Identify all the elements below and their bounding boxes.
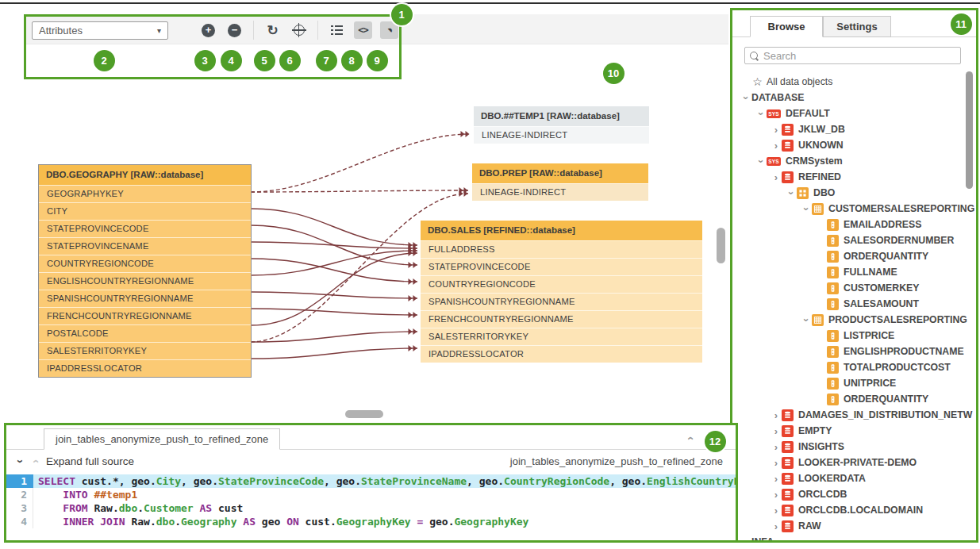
- tree-item-raw[interactable]: ›RAW: [732, 518, 976, 534]
- database-icon: [782, 140, 794, 152]
- tree-item-listprice[interactable]: LISTPRICE: [732, 328, 976, 344]
- tree-item-orclcdb-localdomain[interactable]: ›ORCLCDB.LOCALDOMAIN: [732, 502, 976, 518]
- plus-icon: +: [202, 24, 215, 37]
- tree-item-orclcdb[interactable]: ›ORCLCDB: [732, 486, 976, 502]
- chevron-down-icon[interactable]: ›: [756, 108, 767, 119]
- source-tab-row: join_tables_anonymize_push_to_refined_zo…: [6, 425, 736, 450]
- tree-item-salesordernumber[interactable]: SALESORDERNUMBER: [732, 232, 976, 248]
- column-row[interactable]: SPANISHCOUNTRYREGIONNAME: [421, 293, 702, 310]
- chevron-right-icon[interactable]: ›: [771, 410, 782, 420]
- tree-item-orderquantity[interactable]: ORDERQUANTITY: [732, 391, 976, 407]
- tab-settings[interactable]: Settings: [823, 16, 891, 37]
- list-view-button[interactable]: [328, 21, 347, 40]
- column-row[interactable]: SALESTERRITORYKEY: [421, 328, 702, 345]
- chevron-right-icon[interactable]: ›: [771, 474, 782, 484]
- tree-item-productsalesreporting[interactable]: ›PRODUCTSALESREPORTING: [732, 312, 976, 328]
- tree-item-default[interactable]: ›SYSDEFAULT: [732, 106, 976, 121]
- tree-item-lookerdata[interactable]: ›LOOKERDATA: [732, 470, 976, 486]
- tree-item-crmsystem[interactable]: ›SYSCRMSystem: [732, 153, 976, 169]
- chevron-right-icon[interactable]: ›: [771, 505, 782, 516]
- zoom-in-button[interactable]: +: [199, 21, 218, 40]
- tree-item-unitprice[interactable]: UNITPRICE: [732, 375, 976, 391]
- canvas-horizontal-scrollbar[interactable]: [345, 410, 383, 418]
- zoom-out-button[interactable]: −: [225, 21, 244, 40]
- column-row[interactable]: FRENCHCOUNTRYREGIONNAME: [39, 307, 251, 324]
- column-row[interactable]: GEOGRAPHYKEY: [39, 185, 251, 202]
- column-row[interactable]: SALESTERRITORYKEY: [39, 342, 251, 359]
- column-row[interactable]: COUNTRYREGIONCODE: [39, 255, 251, 272]
- tree-item-salesamount[interactable]: SALESAMOUNT: [732, 296, 976, 312]
- code-text: INTO ##temp1: [33, 488, 736, 501]
- chevron-right-icon[interactable]: ›: [771, 521, 782, 532]
- tree-item-infa[interactable]: ›INFA: [732, 534, 976, 543]
- chevron-up-icon[interactable]: ›: [29, 459, 40, 463]
- tree-item-customerkey[interactable]: CUSTOMERKEY: [732, 280, 976, 296]
- node-sales[interactable]: DBO.SALES [REFINED::database]FULLADDRESS…: [421, 221, 702, 363]
- search-box[interactable]: [744, 47, 961, 64]
- database-icon: [782, 457, 794, 469]
- tree-item-customersalesreporting[interactable]: ›CUSTOMERSALESREPORTING: [732, 201, 976, 217]
- chevron-down-icon[interactable]: ›: [15, 459, 27, 463]
- browse-panel: Browse Settings ☆All data objects›DATABA…: [730, 8, 978, 543]
- tree-item-uknown[interactable]: ›UKNOWN: [732, 137, 976, 153]
- column-row[interactable]: SPANISHCOUNTRYREGIONNAME: [39, 290, 251, 307]
- chevron-right-icon[interactable]: ›: [740, 537, 751, 543]
- column-row[interactable]: ENGLISHCOUNTRYREGIONNAME: [39, 272, 251, 290]
- attributes-dropdown[interactable]: Attributes ▾: [32, 21, 168, 40]
- tree-item-label: LOOKER-PRIVATE-DEMO: [798, 457, 917, 468]
- column-row[interactable]: FULLADDRESS: [421, 240, 702, 258]
- tree-item-emailaddress[interactable]: EMAILADDRESS: [732, 217, 976, 232]
- tree-item-database[interactable]: ›DATABASE: [732, 90, 976, 106]
- column-row[interactable]: STATEPROVINCENAME: [39, 237, 251, 255]
- search-input[interactable]: [762, 49, 960, 63]
- column-row[interactable]: CITY: [39, 202, 251, 220]
- tree-item-fullname[interactable]: FULLNAME: [732, 264, 976, 280]
- tree-item-refined[interactable]: ›REFINED: [732, 169, 976, 185]
- column-row[interactable]: LINEAGE-INDIRECT: [474, 126, 649, 144]
- column-row[interactable]: LINEAGE-INDIRECT: [472, 183, 648, 201]
- column-row[interactable]: FRENCHCOUNTRYREGIONNAME: [421, 310, 702, 328]
- node-temp1[interactable]: DBO.##TEMP1 [RAW::database]LINEAGE-INDIR…: [474, 106, 649, 144]
- tab-browse[interactable]: Browse: [750, 16, 823, 37]
- app-root: { "colors": { "accent_green": "#55a228",…: [0, 0, 980, 549]
- refresh-button[interactable]: ↻: [263, 21, 282, 40]
- column-row[interactable]: POSTALCODE: [39, 324, 251, 342]
- column-row[interactable]: STATEPROVINCECODE: [421, 258, 702, 275]
- node-prep[interactable]: DBO.PREP [RAW::database]LINEAGE-INDIRECT: [472, 163, 648, 201]
- chevron-right-icon[interactable]: ›: [771, 172, 782, 182]
- source-tab[interactable]: join_tables_anonymize_push_to_refined_zo…: [44, 428, 280, 450]
- tree-item-dbo[interactable]: ›DBO: [732, 185, 976, 201]
- code-view-button[interactable]: <>: [354, 21, 373, 40]
- chevron-down-icon[interactable]: ›: [801, 203, 812, 214]
- column-row[interactable]: COUNTRYREGIONCODE: [421, 275, 702, 293]
- chevron-right-icon[interactable]: ›: [771, 442, 782, 452]
- tree-item-empty[interactable]: ›EMPTY: [732, 423, 976, 439]
- code-line-1: 1SELECT cust.*, geo.City, geo.StateProvi…: [6, 474, 736, 488]
- chevron-right-icon[interactable]: ›: [771, 426, 782, 436]
- chevron-right-icon[interactable]: ›: [771, 458, 782, 468]
- panel-scrollbar[interactable]: [966, 71, 973, 189]
- column-row[interactable]: IPADDRESSLOCATOR: [421, 345, 702, 363]
- chevron-down-icon[interactable]: ›: [786, 187, 797, 198]
- chevron-down-icon[interactable]: ›: [756, 155, 767, 167]
- tree-item-damages-in-distribution-netw[interactable]: ›DAMAGES_IN_DISTRIBUTION_NETW: [732, 407, 976, 423]
- canvas-vertical-scrollbar[interactable]: [717, 228, 725, 263]
- tree-item-insights[interactable]: ›INSIGHTS: [732, 439, 976, 455]
- tree-item-looker-private-demo[interactable]: ›LOOKER-PRIVATE-DEMO: [732, 455, 976, 470]
- node-geography[interactable]: DBO.GEOGRAPHY [RAW::database]GEOGRAPHYKE…: [38, 164, 252, 378]
- expand-full-source-link[interactable]: Expand full source: [46, 455, 134, 467]
- chevron-right-icon[interactable]: ›: [771, 489, 782, 500]
- chevron-right-icon[interactable]: ›: [771, 125, 782, 135]
- column-row[interactable]: IPADDRESSLOCATOR: [39, 359, 251, 377]
- tree-item-all-data-objects[interactable]: ☆All data objects: [732, 74, 976, 90]
- focus-button[interactable]: [290, 21, 309, 40]
- tree-item-totalproductcost[interactable]: TOTALPRODUCTCOST: [732, 359, 976, 375]
- column-row[interactable]: STATEPROVINCECODE: [39, 220, 251, 237]
- tree-item-englishproductname[interactable]: ENGLISHPRODUCTNAME: [732, 344, 976, 359]
- tree-item-jklw-db[interactable]: ›JKLW_DB: [732, 121, 976, 137]
- chevron-down-icon[interactable]: ›: [741, 92, 751, 103]
- tree-item-orderquantity[interactable]: ORDERQUANTITY: [732, 248, 976, 264]
- chevron-down-icon[interactable]: ›: [801, 314, 812, 325]
- collapse-panel-icon[interactable]: ›: [682, 436, 696, 440]
- chevron-right-icon[interactable]: ›: [771, 140, 782, 151]
